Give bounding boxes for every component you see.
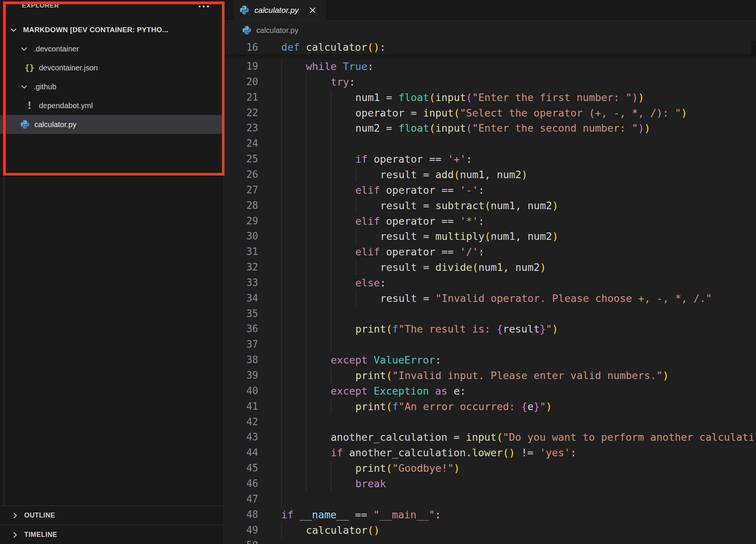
indent-guide — [281, 59, 282, 74]
outline-section-header[interactable]: OUTLINE — [0, 505, 223, 525]
line-number: 47 — [223, 491, 258, 507]
code-line-31: 31elif operator == '/': — [223, 244, 756, 260]
indent-guide — [306, 352, 307, 368]
tab-calculator-py[interactable]: calculator.py — [233, 0, 326, 20]
tree-item-label: MARKDOWN [DEV CONTAINER: PYTHO... — [23, 26, 168, 34]
line-number: 39 — [223, 368, 258, 383]
code-line-text: print(f"The result is: {result}") — [355, 321, 558, 337]
indent-guide — [306, 74, 307, 90]
line-number: 21 — [223, 90, 258, 105]
close-icon[interactable] — [307, 5, 318, 16]
code-line-40: 40except Exception as e: — [223, 383, 756, 399]
indent-guide — [331, 399, 332, 414]
line-number: 31 — [223, 244, 258, 260]
tree-item-markdown-dev-container-pytho[interactable]: MARKDOWN [DEV CONTAINER: PYTHO... — [0, 20, 231, 39]
indent-guide — [331, 167, 332, 182]
indent-guide — [306, 198, 307, 213]
line-number: 25 — [223, 151, 258, 167]
file-tree: MARKDOWN [DEV CONTAINER: PYTHO....devcon… — [0, 20, 223, 134]
line-number: 20 — [223, 74, 258, 90]
tree-item-devcontainer-json[interactable]: {}devcontainer.json — [0, 58, 247, 77]
code-line-text: elif operator == '-': — [355, 182, 484, 198]
line-number: 26 — [223, 167, 258, 182]
code-line-37: 37 — [223, 337, 756, 352]
indent-guide — [331, 105, 332, 121]
json-file-icon: {} — [24, 62, 35, 73]
code-line-28: 28result = subtract(num1, num2) — [223, 198, 756, 213]
indent-guide — [281, 399, 282, 414]
code-line-21: 21num1 = float(input("Enter the first nu… — [223, 90, 756, 105]
line-number: 32 — [223, 260, 258, 275]
more-actions-icon[interactable] — [196, 2, 212, 11]
code-line-50: 50 — [223, 538, 756, 544]
code-line-text: result = add(num1, num2) — [380, 167, 527, 182]
line-number: 40 — [223, 383, 258, 399]
code-line-32: 32result = divide(num1, num2) — [223, 260, 756, 275]
python-file-icon — [239, 5, 249, 15]
indent-guide — [331, 90, 332, 105]
indent-guide — [281, 105, 282, 121]
indent-guide — [306, 275, 307, 291]
indent-guide — [281, 213, 282, 229]
sidebar-bottom-panels: OUTLINE TIMELINE — [0, 505, 223, 544]
code-line-25: 25if operator == '+': — [223, 151, 756, 167]
indent-guide — [281, 244, 282, 260]
code-line-text: print("Invalid input. Please enter valid… — [355, 368, 669, 383]
code-line-text: except Exception as e: — [331, 383, 466, 399]
tree-item-label: calculator.py — [34, 120, 76, 129]
indent-guide — [331, 260, 332, 275]
tab-bar: calculator.py — [223, 0, 756, 20]
indent-guide — [281, 445, 282, 460]
line-number: 46 — [223, 476, 258, 491]
line-number: 37 — [223, 337, 258, 352]
indent-guide — [306, 228, 307, 244]
indent-guide — [281, 368, 282, 383]
code-editor[interactable]: 171819while True:20try:21num1 = float(in… — [223, 40, 756, 544]
code-line-text: result = divide(num1, num2) — [380, 260, 546, 275]
indent-guide — [281, 120, 282, 136]
indent-guide — [281, 414, 282, 430]
code-line-36: 36print(f"The result is: {result}") — [223, 321, 756, 337]
code-line-46: 46break — [223, 476, 756, 491]
indent-guide — [355, 167, 356, 182]
tree-item-calculator-py[interactable]: calculator.py — [0, 115, 243, 134]
line-number: 34 — [223, 291, 258, 306]
code-line-text: except ValueError: — [331, 352, 442, 368]
outline-label: OUTLINE — [24, 511, 55, 519]
indent-guide — [331, 275, 332, 291]
tree-item-github[interactable]: .github — [0, 77, 242, 96]
chevron-down-icon — [8, 25, 19, 35]
code-line-text: break — [355, 476, 386, 491]
code-line-22: 22operator = input("Select the operator … — [223, 105, 756, 121]
line-number: 29 — [223, 213, 258, 229]
indent-guide — [306, 460, 307, 476]
indent-guide — [331, 213, 332, 229]
code-line-text: result = "Invalid operator. Please choos… — [380, 291, 712, 306]
indent-guide — [306, 383, 307, 399]
code-line-26: 26result = add(num1, num2) — [223, 167, 756, 182]
code-line-43: 43another_calculation = input("Do you wa… — [223, 429, 756, 445]
indent-guide — [306, 476, 307, 491]
tree-item-devcontainer[interactable]: .devcontainer — [0, 39, 242, 58]
line-number: 19 — [223, 59, 258, 74]
tree-item-label: dependabot.yml — [39, 101, 93, 110]
breadcrumb: calculator.py — [223, 20, 756, 40]
indent-guide — [306, 90, 307, 105]
indent-guide — [306, 306, 307, 322]
breadcrumb-item-file[interactable]: calculator.py — [242, 25, 298, 35]
sticky-scroll-line[interactable]: 16def calculator(): — [223, 40, 756, 55]
timeline-section-header[interactable]: TIMELINE — [0, 525, 223, 544]
indent-guide — [306, 120, 307, 136]
code-line-text: result = multiply(num1, num2) — [380, 228, 558, 244]
indent-guide — [281, 337, 282, 352]
indent-guide — [331, 337, 332, 352]
overview-ruler-shadow — [751, 41, 756, 56]
tree-item-dependabot-yml[interactable]: !dependabot.yml — [0, 96, 247, 115]
indent-guide — [331, 198, 332, 213]
indent-guide — [306, 182, 307, 198]
indent-guide — [306, 136, 307, 151]
indent-guide — [331, 244, 332, 260]
indent-guide — [331, 368, 332, 383]
line-number: 50 — [223, 538, 258, 544]
indent-guide — [281, 429, 282, 445]
